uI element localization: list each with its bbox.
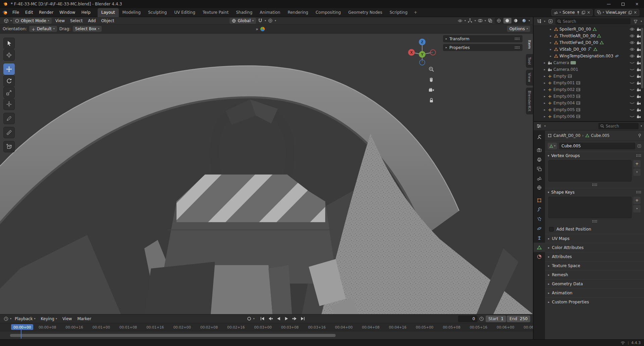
new-view-layer-icon[interactable]: [628, 11, 632, 14]
remove-view-layer-icon[interactable]: ×: [634, 10, 637, 14]
collapsed-panel-header[interactable]: ▸ Color Attributes: [545, 243, 644, 252]
close-button[interactable]: ×: [630, 0, 644, 8]
properties-tab-particles[interactable]: [534, 214, 545, 224]
collapsed-panel-header[interactable]: ▸ Geometry Data: [545, 279, 644, 288]
hide-in-viewport-toggle[interactable]: [629, 101, 635, 105]
display-mode-icon[interactable]: [547, 18, 554, 24]
play-button[interactable]: [283, 316, 290, 322]
workspace-tab[interactable]: Shading: [232, 8, 256, 17]
properties-tab-render[interactable]: [534, 145, 545, 155]
workspace-tab[interactable]: UV Editing: [170, 8, 199, 17]
viewport-menu-item[interactable]: Object: [98, 18, 117, 24]
outliner-row[interactable]: ▸ Empty.005: [534, 106, 644, 113]
show-overlays-toggle[interactable]: [477, 18, 484, 24]
disable-in-render-toggle[interactable]: [636, 68, 641, 71]
menu-item[interactable]: Help: [78, 9, 93, 16]
new-scene-icon[interactable]: [582, 11, 585, 14]
shading-solid-button[interactable]: [503, 18, 511, 23]
properties-tab-material[interactable]: [534, 252, 545, 261]
expand-toggle-icon[interactable]: ▸: [543, 88, 546, 91]
collapsed-panel-header[interactable]: ▸ Attributes: [545, 252, 644, 261]
shading-rendered-button[interactable]: [520, 18, 528, 23]
hide-in-viewport-toggle[interactable]: [629, 95, 635, 98]
shape-key-specials-button[interactable]: ▾: [633, 205, 641, 212]
transform-tool[interactable]: [3, 99, 15, 110]
object-visibility-dropdown[interactable]: [457, 18, 463, 24]
outliner-row[interactable]: ▸ Empty.006: [534, 113, 644, 120]
hide-in-viewport-toggle[interactable]: [629, 34, 635, 38]
outliner-search[interactable]: [555, 18, 631, 24]
hide-in-viewport-toggle[interactable]: [629, 75, 635, 78]
disable-in-render-toggle[interactable]: [636, 81, 641, 85]
outliner-row[interactable]: ▸ Camera.001: [534, 66, 644, 73]
outliner-row[interactable]: ▸ Empty: [534, 73, 644, 80]
panel-drag-grip[interactable]: [636, 154, 641, 157]
outliner-row[interactable]: ▸ Empty.004: [534, 100, 644, 106]
timeline-menu-item[interactable]: View ▾: [60, 315, 75, 322]
expand-toggle-icon[interactable]: ▸: [549, 48, 552, 51]
shading-wireframe-button[interactable]: [495, 18, 503, 23]
unlink-scene-icon[interactable]: ×: [587, 10, 590, 14]
timeline-scrollbar[interactable]: [10, 334, 336, 337]
orientation-dropdown[interactable]: Default ▾: [29, 26, 57, 32]
object-name[interactable]: ThrottleAft_D0_00: [559, 34, 596, 38]
expand-toggle-icon[interactable]: ▸: [549, 34, 552, 38]
disable-in-render-toggle[interactable]: [636, 101, 641, 105]
select-box-tool[interactable]: [3, 38, 15, 49]
pin-icon[interactable]: [638, 134, 641, 138]
hide-in-viewport-toggle[interactable]: [629, 81, 635, 85]
disable-in-render-toggle[interactable]: [636, 115, 641, 118]
menu-item[interactable]: Render: [36, 9, 56, 16]
panel-drag-grip[interactable]: [514, 46, 520, 49]
cursor-tool[interactable]: [3, 49, 15, 61]
workspace-tab[interactable]: Scripting: [386, 8, 411, 17]
name-field-options-icon[interactable]: [637, 144, 641, 148]
viewport-canvas[interactable]: [0, 34, 533, 314]
add-cube-tool[interactable]: [3, 141, 15, 152]
breadcrumb-data-name[interactable]: Cube.005: [591, 133, 609, 138]
outliner-row[interactable]: ▸ ThrottleFwd_D0_00: [534, 39, 644, 46]
expand-toggle-icon[interactable]: ▸: [549, 54, 552, 58]
outliner-row[interactable]: ▸ SpoilerR_D0_00: [534, 26, 644, 33]
properties-tab-tool[interactable]: [534, 133, 545, 142]
object-name[interactable]: Camera: [553, 60, 569, 65]
object-name[interactable]: Empty: [553, 74, 566, 79]
zoom-icon[interactable]: [428, 66, 435, 72]
outliner-row[interactable]: ▸ Empty.002: [534, 86, 644, 93]
disable-in-render-toggle[interactable]: [636, 54, 641, 58]
add-workspace-button[interactable]: +: [411, 10, 420, 15]
outliner-scrollbar[interactable]: [641, 28, 643, 88]
properties-tab-modifiers[interactable]: [534, 205, 545, 214]
current-frame-indicator[interactable]: 00:00+00: [11, 324, 33, 330]
maximize-button[interactable]: [616, 0, 630, 8]
object-name[interactable]: Empty.003: [553, 94, 575, 99]
blenderkit-logo-icon[interactable]: [260, 27, 265, 32]
panel-drag-grip[interactable]: [636, 191, 641, 194]
camera-view-icon[interactable]: [428, 87, 435, 93]
shading-material-button[interactable]: [512, 18, 520, 23]
hide-in-viewport-toggle[interactable]: [629, 54, 635, 58]
expand-toggle-icon[interactable]: ▸: [543, 108, 546, 111]
timeline-menu-item[interactable]: Keying ▾: [38, 315, 60, 322]
scale-tool[interactable]: [3, 87, 15, 98]
workspace-tab[interactable]: Texture Paint: [199, 8, 232, 17]
filter-icon[interactable]: [632, 18, 639, 24]
menu-item[interactable]: Window: [56, 9, 78, 16]
view-layer-selector[interactable]: ▾ ViewLayer ×: [595, 9, 639, 16]
disable-in-render-toggle[interactable]: [636, 28, 641, 31]
vertex-groups-panel-header[interactable]: ▾ Vertex Groups: [545, 151, 644, 159]
object-name[interactable]: Empty.001: [553, 81, 575, 85]
disable-in-render-toggle[interactable]: [636, 88, 641, 92]
frame-end-field[interactable]: End 250: [507, 315, 530, 322]
scene-selector[interactable]: ▾ Scene ×: [551, 9, 593, 16]
outliner-row[interactable]: ▸ Camera: [534, 59, 644, 66]
sidebar-tab[interactable]: Tool: [526, 54, 533, 68]
workspace-tab[interactable]: Layout: [98, 8, 119, 17]
timeline-menu-item[interactable]: Playback ▾: [12, 315, 38, 322]
sidebar-tab[interactable]: BlenderKit: [526, 88, 533, 114]
shape-keys-panel-header[interactable]: ▾ Shape Keys: [545, 188, 644, 196]
expand-toggle-icon[interactable]: ▸: [543, 61, 546, 64]
options-dropdown[interactable]: Options ▾: [507, 26, 530, 32]
xray-toggle[interactable]: [487, 18, 494, 24]
expand-toggle-icon[interactable]: ▸: [543, 75, 546, 78]
